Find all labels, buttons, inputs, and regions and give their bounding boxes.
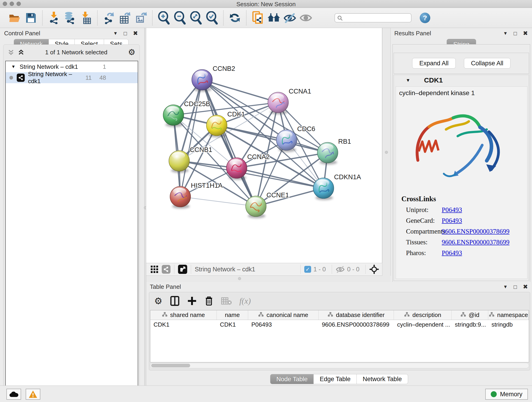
memory-button[interactable]: Memory: [485, 389, 528, 400]
string-home-button[interactable]: [267, 11, 280, 25]
float-panel-icon[interactable]: □: [514, 284, 517, 290]
delete-column-icon[interactable]: [205, 296, 213, 306]
network-node-CDK1[interactable]: [206, 115, 227, 137]
hide-unhide-button[interactable]: [283, 11, 297, 25]
table-horizontal-scrollbar[interactable]: [150, 363, 529, 368]
export-network-button[interactable]: [102, 11, 115, 25]
cloud-button[interactable]: [6, 389, 21, 400]
table-cell[interactable]: 9606.ENSP00000378699: [319, 320, 394, 330]
scrollbar-thumb[interactable]: [151, 364, 190, 367]
table-cell[interactable]: P06493: [248, 320, 319, 330]
export-image-button[interactable]: [134, 11, 147, 25]
crosshair-icon[interactable]: [369, 264, 379, 274]
apply-layout-button[interactable]: [228, 11, 241, 25]
network-canvas[interactable]: CCNB2CCNA1CDC25BCDK1CDC6RB1CCNB1CCNA2CDK…: [146, 28, 382, 263]
table-cell[interactable]: stringdb: [488, 320, 529, 330]
network-row[interactable]: String Network – cdk1 11 48: [6, 72, 138, 83]
crosslink-link[interactable]: P06493: [442, 217, 462, 224]
zoom-out-button[interactable]: [173, 11, 186, 25]
column-header-database-identifier[interactable]: database identifier: [319, 310, 394, 320]
collapse-all-button[interactable]: Collapse All: [464, 58, 510, 69]
collapse-panel-icon[interactable]: ▼: [503, 31, 508, 36]
network-node-CDKN1A[interactable]: [313, 178, 334, 200]
network-node-CCNA1[interactable]: [268, 92, 288, 114]
import-network-from-database-button[interactable]: [63, 11, 76, 25]
open-in-new-window-icon[interactable]: [178, 265, 187, 274]
column-header-description[interactable]: description: [394, 310, 452, 320]
fit-content-button[interactable]: [189, 11, 203, 25]
network-node-HIST1H1A[interactable]: [170, 186, 191, 209]
expand-all-button[interactable]: Expand All: [412, 58, 456, 69]
crosslink-link[interactable]: 9606.ENSP00000378699: [442, 228, 510, 235]
network-node-CCNB1[interactable]: [169, 151, 190, 173]
export-table-button[interactable]: [118, 11, 132, 25]
crosslink-link[interactable]: P06493: [442, 206, 462, 214]
table-options-gear-icon[interactable]: ⚙: [154, 296, 162, 306]
expand-all-networks-icon[interactable]: [18, 49, 25, 56]
show-eye-button[interactable]: [299, 11, 312, 25]
close-panel-icon[interactable]: ✖: [133, 30, 138, 37]
save-icon: [26, 13, 36, 23]
import-network-button[interactable]: [47, 11, 60, 25]
column-header-name[interactable]: name: [217, 310, 248, 320]
control-panel: Control Panel ▼ □ ✖ NetworkStyleSelectSe…: [0, 28, 144, 385]
grid-view-icon[interactable]: [150, 265, 158, 274]
network-edge[interactable]: [256, 188, 323, 206]
help-button[interactable]: ?: [420, 13, 430, 23]
table-row[interactable]: CDK1CDK1P064939606.ENSP00000378699cyclin…: [150, 320, 529, 330]
table-cell[interactable]: cyclin–dependent ...: [394, 320, 452, 330]
table-cell[interactable]: CDK1: [150, 320, 217, 330]
network-share-icon[interactable]: [162, 265, 171, 274]
footer-separator: [174, 265, 174, 274]
network-node-RB1[interactable]: [317, 142, 338, 165]
splitter-grip[interactable]: [385, 151, 388, 154]
network-edge[interactable]: [180, 197, 256, 206]
clone-network-button[interactable]: [251, 11, 264, 25]
collapse-panel-icon[interactable]: ▼: [113, 31, 118, 36]
network-edge[interactable]: [180, 80, 202, 197]
tab-network-table[interactable]: Network Table: [357, 374, 408, 384]
string-results-container: Expand All Collapse All ▼ CDK1 cyclin–de…: [393, 44, 530, 282]
crosslink-link[interactable]: P06493: [442, 249, 462, 257]
crosslink-link[interactable]: 9606.ENSP00000378699: [442, 238, 510, 246]
selected-checkbox-icon[interactable]: ✓: [304, 266, 311, 273]
tab-node-table[interactable]: Node Table: [270, 374, 314, 384]
node-table[interactable]: shared namenamecanonical namedatabase id…: [150, 310, 529, 362]
warning-button[interactable]: [26, 389, 40, 400]
export-image-icon: [135, 12, 147, 24]
hidden-eye-slash-icon[interactable]: [336, 266, 345, 273]
collection-expand-icon[interactable]: ▼: [11, 64, 16, 69]
float-panel-icon[interactable]: □: [124, 30, 127, 37]
column-header-shared-name[interactable]: shared name: [150, 310, 217, 320]
open-session-button[interactable]: [8, 11, 22, 25]
network-edge[interactable]: [202, 80, 278, 102]
network-node-CCNE1[interactable]: [246, 196, 266, 218]
network-node-CDC25B[interactable]: [163, 105, 184, 127]
column-header-@id[interactable]: @id: [452, 310, 488, 320]
close-panel-icon[interactable]: ✖: [523, 283, 528, 290]
panel-splitter[interactable]: [382, 28, 391, 282]
float-panel-icon[interactable]: □: [514, 30, 517, 37]
column-header-canonical-name[interactable]: canonical name: [248, 310, 319, 320]
node-label-CDC6: CDC6: [297, 125, 315, 133]
add-column-icon[interactable]: [187, 296, 197, 306]
zoom-in-icon: [158, 11, 170, 25]
save-session-button[interactable]: [24, 11, 38, 25]
column-header-namespace[interactable]: namespace: [488, 310, 529, 320]
status-bar: Memory: [0, 385, 532, 402]
collection-count: 1: [103, 63, 106, 70]
close-panel-icon[interactable]: ✖: [523, 30, 528, 37]
splitter-grip[interactable]: [238, 277, 241, 280]
tab-edge-table[interactable]: Edge Table: [314, 374, 357, 384]
network-options-gear-icon[interactable]: ⚙: [128, 47, 135, 57]
collapse-panel-icon[interactable]: ▼: [503, 284, 508, 289]
table-cell[interactable]: stringdb:9...: [452, 320, 488, 330]
section-collapse-icon[interactable]: ▼: [406, 78, 410, 83]
zoom-selected-button[interactable]: [205, 11, 219, 25]
import-table-button[interactable]: [79, 11, 93, 25]
zoom-in-button[interactable]: [157, 11, 171, 25]
show-columns-icon[interactable]: [170, 296, 179, 306]
search-input[interactable]: [335, 13, 412, 22]
collapse-all-networks-icon[interactable]: [7, 49, 14, 56]
table-cell[interactable]: CDK1: [217, 320, 248, 330]
